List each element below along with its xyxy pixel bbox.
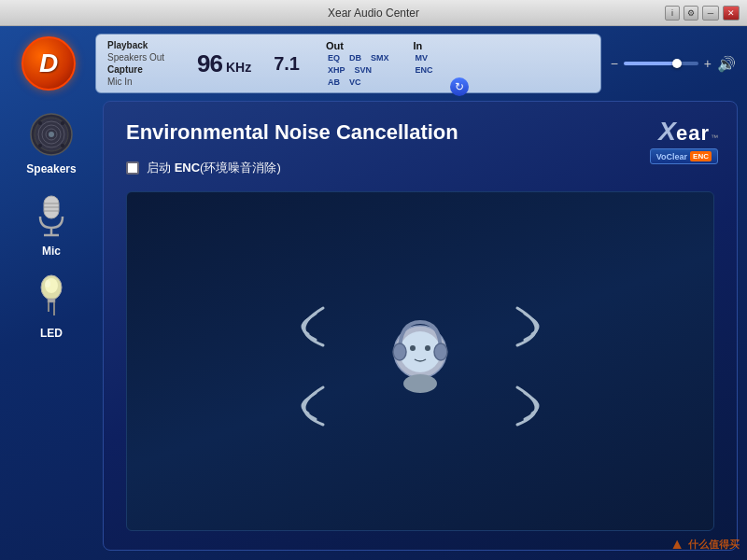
device-labels: Playback Speakers Out Capture Mic In xyxy=(107,40,182,87)
trademark-symbol: ™ xyxy=(711,133,718,142)
sample-rate-value: 96 xyxy=(197,49,222,78)
led-label: LED xyxy=(40,327,63,340)
main-panel: X ear ™ VoClear ENC Environmental Noise … xyxy=(103,101,738,551)
eq-button[interactable]: EQ xyxy=(326,52,342,63)
channel-config-value: 7.1 xyxy=(274,53,300,75)
watermark-site: 什么值得买 xyxy=(688,538,740,552)
close-button[interactable]: ✕ xyxy=(723,6,740,21)
enc-visualization xyxy=(126,191,714,531)
info-panel: Playback Speakers Out Capture Mic In 96 … xyxy=(95,34,601,93)
sidebar-item-speakers[interactable]: Speakers xyxy=(26,110,76,175)
svg-point-21 xyxy=(45,280,50,287)
window-controls: i ⚙ ─ ✕ xyxy=(665,6,740,21)
out-label: Out xyxy=(326,40,344,51)
enc-checkbox-label: 启动 ENC(环境噪音消除) xyxy=(147,160,281,176)
sidebar-item-led[interactable]: LED xyxy=(38,274,64,340)
logo-letter: D xyxy=(39,49,58,78)
content-area: Speakers xyxy=(0,101,747,560)
out-btn-row-2: XHP SVN xyxy=(326,64,391,76)
watermark-icon: ▲ xyxy=(669,536,684,553)
smx-button[interactable]: SMX xyxy=(369,52,391,63)
enc-enable-checkbox[interactable] xyxy=(126,161,139,175)
panel-title: Environmental Noise Cancellation xyxy=(126,120,714,145)
in-label: In xyxy=(414,40,423,51)
vc-button[interactable]: VC xyxy=(347,77,363,88)
svg-point-8 xyxy=(38,144,42,147)
wave-top-left xyxy=(303,308,323,345)
voclear-text: VoClear xyxy=(656,152,687,161)
out-header-row: Out xyxy=(326,40,391,51)
svg-point-27 xyxy=(410,345,416,351)
svg-point-26 xyxy=(403,374,437,393)
out-section: Out EQ DB SMX XHP SVN AB VC xyxy=(326,40,391,88)
volume-slider[interactable] xyxy=(624,62,698,65)
channel-config-display: 7.1 xyxy=(274,53,303,75)
speakers-label: Speakers xyxy=(26,162,76,175)
db-button[interactable]: DB xyxy=(347,52,363,63)
enc-button[interactable]: ENC xyxy=(414,64,435,76)
info-button[interactable]: i xyxy=(665,6,680,21)
main-container: D Playback Speakers Out Capture Mic In 9… xyxy=(0,26,747,560)
sample-rate-display: 96 KHz xyxy=(197,49,251,78)
in-section: In MV ENC xyxy=(406,40,435,88)
xear-logo-text: X ear ™ xyxy=(658,117,718,147)
xhp-button[interactable]: XHP xyxy=(326,64,347,76)
xear-logo: X ear ™ VoClear ENC xyxy=(650,117,718,164)
sidebar-item-mic[interactable]: Mic xyxy=(35,192,68,258)
volume-control: − + 🔊 xyxy=(611,55,736,73)
in-btn-row-2: ENC xyxy=(406,64,435,76)
enc-badge-label: ENC xyxy=(690,151,712,161)
mic-icon xyxy=(35,192,68,241)
volume-plus-button[interactable]: + xyxy=(704,56,712,71)
led-icon xyxy=(38,274,64,323)
header-area: D Playback Speakers Out Capture Mic In 9… xyxy=(0,26,747,101)
svg-rect-18 xyxy=(48,299,55,302)
headphone-figure xyxy=(393,322,447,393)
refresh-button[interactable]: ↻ xyxy=(450,77,469,96)
enc-svg xyxy=(243,268,598,455)
watermark: ▲ 什么值得买 xyxy=(669,536,740,553)
voclear-badge: VoClear ENC xyxy=(650,148,718,164)
svg-point-9 xyxy=(61,144,64,147)
window-title: Xear Audio Center xyxy=(328,7,419,20)
settings-button[interactable]: ⚙ xyxy=(684,6,698,21)
svg-point-25 xyxy=(434,343,447,360)
minimize-button[interactable]: ─ xyxy=(702,6,719,21)
speaker-icon[interactable]: 🔊 xyxy=(717,55,736,73)
wave-bottom-right xyxy=(517,387,538,425)
out-btn-row-1: EQ DB SMX xyxy=(326,52,391,63)
playback-label: Playback xyxy=(107,40,182,50)
svg-point-5 xyxy=(49,132,54,137)
title-bar: Xear Audio Center i ⚙ ─ ✕ xyxy=(0,0,747,26)
brand-logo: D xyxy=(21,36,76,91)
wave-top-right xyxy=(517,308,538,345)
speakers-icon xyxy=(27,110,76,159)
svg-point-6 xyxy=(38,121,42,125)
ab-button[interactable]: AB xyxy=(326,77,342,88)
ear-text: ear xyxy=(676,121,710,146)
speakers-out-label: Speakers Out xyxy=(107,52,182,63)
svg-point-7 xyxy=(61,121,64,125)
enc-bold-text: ENC xyxy=(175,161,200,175)
enc-checkbox-row: 启动 ENC(环境噪音消除) xyxy=(126,160,714,176)
logo-area: D xyxy=(11,34,86,93)
mv-button[interactable]: MV xyxy=(414,52,430,63)
in-header-row: In xyxy=(406,40,435,51)
volume-slider-thumb xyxy=(672,59,682,68)
svn-button[interactable]: SVN xyxy=(352,64,374,76)
in-btn-row-1: MV xyxy=(406,52,435,63)
wave-bottom-left xyxy=(303,387,323,425)
svg-point-24 xyxy=(393,343,406,360)
io-buttons: Out EQ DB SMX XHP SVN AB VC xyxy=(326,40,435,88)
mic-label: Mic xyxy=(42,245,61,258)
svg-point-28 xyxy=(425,345,430,351)
x-letter: X xyxy=(658,117,676,147)
mic-in-label: Mic In xyxy=(107,77,182,87)
sidebar: Speakers xyxy=(9,101,93,551)
out-btn-row-3: AB VC xyxy=(326,77,391,88)
sample-rate-unit: KHz xyxy=(226,60,251,75)
capture-label: Capture xyxy=(107,64,182,75)
volume-minus-button[interactable]: − xyxy=(611,56,618,71)
